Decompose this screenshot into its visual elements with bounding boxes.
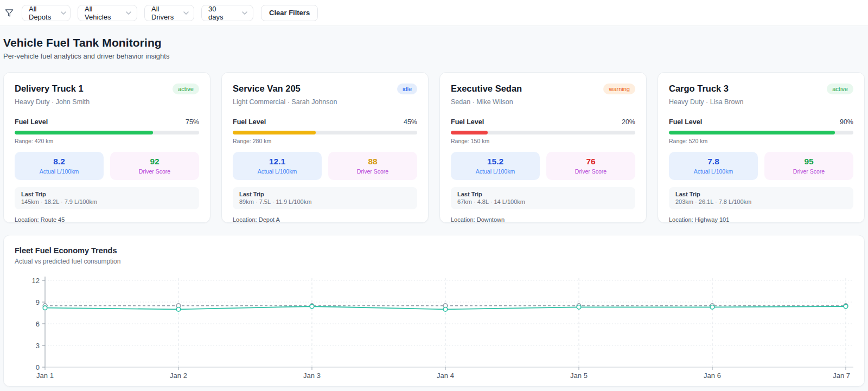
last-trip-data: 67km · 4.8L · 14 L/100km bbox=[457, 198, 629, 205]
range-text: Range: 150 km bbox=[451, 138, 635, 144]
actual-value: 7.8 bbox=[669, 157, 758, 166]
last-trip-box: Last Trip 145km · 18.2L · 7.9 L/100km bbox=[15, 187, 199, 209]
svg-text:0: 0 bbox=[36, 363, 40, 371]
vehicle-subtitle: Heavy Duty · John Smith bbox=[15, 98, 199, 106]
location-text: Location: Downtown bbox=[451, 216, 635, 223]
chart-subtitle: Actual vs predicted fuel consumption bbox=[15, 258, 853, 265]
fuel-bar-track bbox=[15, 131, 199, 134]
line-chart: 036912Jan 1Jan 2Jan 3Jan 4Jan 5Jan 6Jan … bbox=[15, 274, 853, 391]
driver-score-stat: 92 Driver Score bbox=[110, 152, 199, 180]
vehicle-subtitle: Light Commercial · Sarah Johnson bbox=[233, 98, 417, 106]
fuel-bar-track bbox=[233, 131, 417, 134]
fuel-percent: 45% bbox=[404, 118, 417, 126]
svg-text:Jan 1: Jan 1 bbox=[36, 371, 54, 380]
drivers-dropdown-value: All Drivers bbox=[151, 5, 174, 21]
depots-dropdown-value: All Depots bbox=[29, 5, 51, 21]
actual-label: Actual L/100km bbox=[15, 168, 104, 175]
page-body: Vehicle Fuel Tank Monitoring Per-vehicle… bbox=[0, 36, 868, 387]
fuel-percent: 20% bbox=[622, 118, 635, 126]
actual-label: Actual L/100km bbox=[669, 168, 758, 175]
actual-value: 15.2 bbox=[451, 157, 540, 166]
location-text: Location: Depot A bbox=[233, 216, 417, 223]
fuel-level-label: Fuel Level bbox=[669, 118, 702, 126]
svg-text:Jan 7: Jan 7 bbox=[833, 371, 850, 380]
vehicle-name: Cargo Truck 3 bbox=[669, 84, 729, 94]
actual-consumption-stat: 7.8 Actual L/100km bbox=[669, 152, 758, 180]
svg-text:Jan 6: Jan 6 bbox=[704, 371, 721, 380]
actual-value: 8.2 bbox=[15, 157, 104, 166]
page-subtitle: Per-vehicle fuel analytics and driver be… bbox=[3, 52, 865, 60]
vehicles-dropdown-value: All Vehicles bbox=[85, 5, 116, 21]
svg-text:Jan 2: Jan 2 bbox=[170, 371, 187, 380]
score-value: 76 bbox=[546, 157, 635, 166]
vehicle-name: Service Van 205 bbox=[233, 84, 301, 94]
vehicle-subtitle: Sedan · Mike Wilson bbox=[451, 98, 635, 106]
page-title: Vehicle Fuel Tank Monitoring bbox=[3, 36, 865, 49]
driver-score-stat: 76 Driver Score bbox=[546, 152, 635, 180]
last-trip-label: Last Trip bbox=[675, 191, 847, 197]
location-text: Location: Route 45 bbox=[15, 216, 199, 223]
svg-text:Jan 3: Jan 3 bbox=[303, 371, 321, 380]
drivers-dropdown[interactable]: All Drivers bbox=[144, 5, 194, 21]
score-label: Driver Score bbox=[328, 168, 417, 175]
period-dropdown[interactable]: 30 days bbox=[201, 5, 253, 21]
svg-text:6: 6 bbox=[36, 320, 40, 328]
status-badge: active bbox=[827, 84, 853, 94]
score-label: Driver Score bbox=[546, 168, 635, 175]
depots-dropdown[interactable]: All Depots bbox=[22, 5, 71, 21]
last-trip-box: Last Trip 203km · 26.1L · 7.8 L/100km bbox=[669, 187, 853, 209]
score-value: 95 bbox=[764, 157, 853, 166]
score-value: 88 bbox=[328, 157, 417, 166]
last-trip-label: Last Trip bbox=[21, 191, 193, 197]
fuel-percent: 75% bbox=[186, 118, 199, 126]
actual-consumption-stat: 15.2 Actual L/100km bbox=[451, 152, 540, 180]
fuel-bar-fill bbox=[15, 131, 153, 134]
vehicle-cards-row: Delivery Truck 1 active Heavy Duty · Joh… bbox=[3, 72, 865, 223]
svg-text:Jan 5: Jan 5 bbox=[570, 371, 588, 380]
svg-text:9: 9 bbox=[36, 298, 40, 306]
status-badge: warning bbox=[603, 84, 635, 94]
fuel-economy-trends-card: Fleet Fuel Economy Trends Actual vs pred… bbox=[3, 235, 865, 387]
chevron-down-icon bbox=[126, 11, 131, 15]
clear-filters-button[interactable]: Clear Filters bbox=[261, 5, 318, 21]
last-trip-label: Last Trip bbox=[239, 191, 411, 197]
location-text: Location: Highway 101 bbox=[669, 216, 853, 223]
fuel-level-label: Fuel Level bbox=[15, 118, 48, 126]
last-trip-data: 89km · 7.5L · 11.9 L/100km bbox=[239, 198, 411, 205]
fuel-bar-fill bbox=[669, 131, 835, 134]
actual-label: Actual L/100km bbox=[233, 168, 322, 175]
status-badge: idle bbox=[397, 84, 417, 94]
filter-funnel-icon bbox=[5, 9, 14, 17]
vehicle-card-delivery-truck-1: Delivery Truck 1 active Heavy Duty · Joh… bbox=[3, 72, 210, 223]
vehicle-card-service-van-205: Service Van 205 idle Light Commercial · … bbox=[221, 72, 429, 223]
last-trip-data: 203km · 26.1L · 7.8 L/100km bbox=[675, 198, 847, 205]
range-text: Range: 280 km bbox=[233, 138, 417, 144]
vehicle-subtitle: Heavy Duty · Lisa Brown bbox=[669, 98, 853, 106]
fuel-bar-fill bbox=[233, 131, 316, 134]
status-badge: active bbox=[173, 84, 199, 94]
last-trip-data: 145km · 18.2L · 7.9 L/100km bbox=[21, 198, 193, 205]
period-dropdown-value: 30 days bbox=[208, 5, 232, 21]
vehicles-dropdown[interactable]: All Vehicles bbox=[78, 5, 137, 21]
vehicle-card-cargo-truck-3: Cargo Truck 3 active Heavy Duty · Lisa B… bbox=[658, 72, 865, 223]
fuel-bar-fill bbox=[451, 131, 488, 134]
chevron-down-icon bbox=[242, 11, 247, 15]
last-trip-box: Last Trip 89km · 7.5L · 11.9 L/100km bbox=[233, 187, 417, 209]
fuel-trend-svg: 036912Jan 1Jan 2Jan 3Jan 4Jan 5Jan 6Jan … bbox=[15, 274, 854, 389]
svg-text:3: 3 bbox=[36, 342, 40, 350]
chevron-down-icon bbox=[61, 11, 66, 15]
svg-text:Jan 4: Jan 4 bbox=[437, 371, 454, 380]
vehicle-card-executive-sedan: Executive Sedan warning Sedan · Mike Wil… bbox=[439, 72, 647, 223]
fuel-percent: 90% bbox=[840, 118, 853, 126]
chevron-down-icon bbox=[183, 11, 189, 15]
fuel-level-label: Fuel Level bbox=[233, 118, 266, 126]
score-value: 92 bbox=[110, 157, 199, 166]
range-text: Range: 520 km bbox=[669, 138, 853, 144]
vehicle-name: Executive Sedan bbox=[451, 84, 522, 94]
actual-consumption-stat: 8.2 Actual L/100km bbox=[15, 152, 104, 180]
actual-label: Actual L/100km bbox=[451, 168, 540, 175]
vehicle-name: Delivery Truck 1 bbox=[15, 84, 84, 94]
driver-score-stat: 95 Driver Score bbox=[764, 152, 853, 180]
last-trip-box: Last Trip 67km · 4.8L · 14 L/100km bbox=[451, 187, 635, 209]
last-trip-label: Last Trip bbox=[457, 191, 629, 197]
